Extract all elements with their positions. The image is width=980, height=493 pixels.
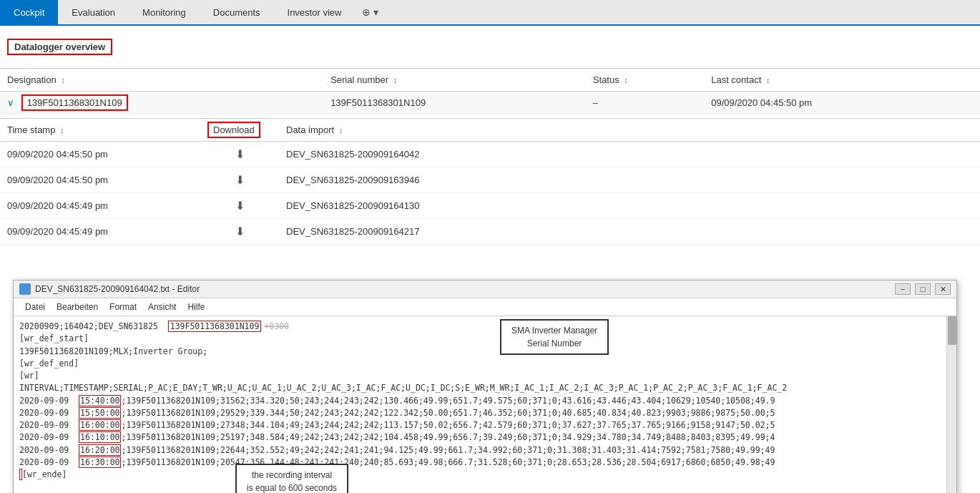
data-import-cell: DEV_SN631825-200909163946 — [279, 167, 980, 193]
editor-line: [wr_ende] — [19, 469, 939, 481]
col-header-serial[interactable]: Serial number ↕ — [323, 69, 586, 92]
inner-col-dataimport[interactable]: Data import ↕ — [279, 119, 980, 142]
download-cell[interactable]: ⬇ — [200, 219, 279, 245]
inner-section: Time stamp ↕ Download Data import ↕ 09/0… — [0, 118, 980, 245]
menu-hilfe[interactable]: Hilfe — [182, 300, 210, 314]
top-navigation: Cockpit Evaluation Monitoring Documents … — [0, 0, 980, 26]
download-icon[interactable]: ⬇ — [235, 174, 245, 186]
menu-ansicht[interactable]: Ansicht — [142, 300, 182, 314]
col-header-status[interactable]: Status ↕ — [586, 69, 704, 92]
editor-body: 20200909;164042;DEV_SN631825 139F5011368… — [14, 316, 956, 493]
download-cell[interactable]: ⬇ — [200, 193, 279, 219]
tab-evaluation[interactable]: Evaluation — [58, 0, 129, 25]
sort-icon-serial: ↕ — [393, 76, 398, 84]
maximize-button[interactable]: □ — [915, 283, 931, 295]
close-button[interactable]: ✕ — [935, 283, 951, 295]
editor-line: 139F5011368201N109;MLX;Inverter Group; — [19, 346, 939, 358]
editor-titlebar: DEV_SN631825-200909164042.txt - Editor −… — [14, 280, 956, 298]
inner-timestamp-cell: 09/09/2020 04:45:50 pm — [0, 167, 200, 193]
add-tab-button[interactable]: ⊕ ▾ — [355, 2, 386, 22]
inner-col-timestamp[interactable]: Time stamp ↕ — [0, 119, 200, 142]
menu-datei[interactable]: Datei — [19, 300, 51, 314]
scrollbar-thumb[interactable] — [948, 316, 956, 345]
expand-icon[interactable]: ∨ — [7, 97, 14, 108]
editor-line: [wr_def_end] — [19, 358, 939, 370]
editor-menubar: Datei Bearbeiten Format Ansicht Hilfe — [14, 298, 956, 316]
download-cell[interactable]: ⬇ — [200, 142, 279, 167]
editor-line: 2020-09-09 16:10:00;139F5011368201N109;2… — [19, 431, 939, 444]
editor-file-icon — [19, 283, 31, 295]
inner-table: Time stamp ↕ Download Data import ↕ 09/0… — [0, 118, 980, 245]
tab-monitoring[interactable]: Monitoring — [129, 0, 200, 25]
col-header-lastcontact[interactable]: Last contact ↕ — [704, 69, 980, 92]
col-header-designation[interactable]: Designation ↕ — [0, 69, 323, 92]
editor-window: DEV_SN631825-200909164042.txt - Editor −… — [13, 280, 957, 493]
data-import-cell: DEV_SN631825-200909164130 — [279, 193, 980, 219]
editor-title-left: DEV_SN631825-200909164042.txt - Editor — [19, 283, 200, 295]
inner-table-row: 09/09/2020 04:45:50 pm⬇DEV_SN631825-2009… — [0, 167, 980, 193]
section-title: Datalogger overview — [7, 39, 112, 55]
inner-timestamp-cell: 09/09/2020 04:45:49 pm — [0, 193, 200, 219]
editor-line: INTERVAL;TIMESTAMP;SERIAL;P_AC;E_DAY;T_W… — [19, 382, 939, 394]
editor-line: [wr_def_start] — [19, 333, 939, 345]
editor-scrollbar[interactable] — [946, 316, 956, 493]
download-cell[interactable]: ⬇ — [200, 167, 279, 193]
sort-icon-lastcontact: ↕ — [766, 76, 770, 84]
status-cell: – — [586, 92, 704, 114]
tab-documents[interactable]: Documents — [200, 0, 274, 25]
editor-line: 2020-09-09 16:00:00;139F5011368201N109;2… — [19, 419, 939, 431]
tab-investor-view[interactable]: Investor view — [274, 0, 356, 25]
sort-icon-status: ↕ — [624, 76, 628, 84]
editor-line: 2020-09-09 16:30:00;139F5011368201N109;2… — [19, 457, 939, 469]
tab-cockpit[interactable]: Cockpit — [0, 0, 58, 25]
editor-line: 2020-09-09 16:20:00;139F5011368201N109;2… — [19, 444, 939, 457]
editor-line: 20200909;164042;DEV_SN631825 139F5011368… — [19, 321, 939, 333]
datalogger-table: Designation ↕ Serial number ↕ Status ↕ L… — [0, 68, 980, 114]
menu-format[interactable]: Format — [104, 300, 142, 314]
download-icon[interactable]: ⬇ — [235, 200, 245, 212]
editor-titlebar-buttons: − □ ✕ — [895, 283, 951, 295]
inner-timestamp-cell: 09/09/2020 04:45:50 pm — [0, 142, 200, 167]
inner-table-row: 09/09/2020 04:45:49 pm⬇DEV_SN631825-2009… — [0, 193, 980, 219]
download-icon[interactable]: ⬇ — [235, 148, 245, 160]
menu-bearbeiten[interactable]: Bearbeiten — [51, 300, 104, 314]
lastcontact-cell: 09/09/2020 04:45:50 pm — [704, 92, 980, 114]
serial-cell: 139F5011368301N109 — [323, 92, 586, 114]
main-content: Datalogger overview Designation ↕ Serial… — [0, 26, 980, 493]
interval-callout: the recording interval is equal to 600 s… — [235, 464, 348, 493]
data-import-cell: DEV_SN631825-200909164042 — [279, 142, 980, 167]
editor-line: [wr] — [19, 370, 939, 382]
designation-cell: ∨ 139F5011368301N109 — [0, 92, 323, 114]
datalogger-row: ∨ 139F5011368301N109 139F5011368301N109 … — [0, 92, 980, 114]
minimize-button[interactable]: − — [895, 283, 911, 295]
sort-icon-designation: ↕ — [61, 76, 65, 84]
designation-value: 139F5011368301N109 — [21, 94, 128, 111]
data-import-cell: DEV_SN631825-200909164217 — [279, 219, 980, 245]
editor-title-text: DEV_SN631825-200909164042.txt - Editor — [35, 284, 200, 294]
editor-line: 2020-09-09 15:40:00;139F5011368201N109;3… — [19, 395, 939, 407]
serial-callout: SMA Inverter Manager Serial Number — [500, 319, 609, 355]
download-icon[interactable]: ⬇ — [235, 225, 245, 238]
editor-line: 2020-09-09 15:50:00;139F5011368201N109;2… — [19, 407, 939, 419]
inner-col-download: Download — [200, 119, 279, 142]
sort-icon-ts: ↕ — [60, 126, 64, 135]
inner-timestamp-cell: 09/09/2020 04:45:49 pm — [0, 219, 200, 245]
sort-icon-di: ↕ — [339, 126, 343, 135]
inner-table-row: 09/09/2020 04:45:49 pm⬇DEV_SN631825-2009… — [0, 219, 980, 245]
download-col-label: Download — [207, 122, 260, 138]
inner-table-row: 09/09/2020 04:45:50 pm⬇DEV_SN631825-2009… — [0, 142, 980, 167]
